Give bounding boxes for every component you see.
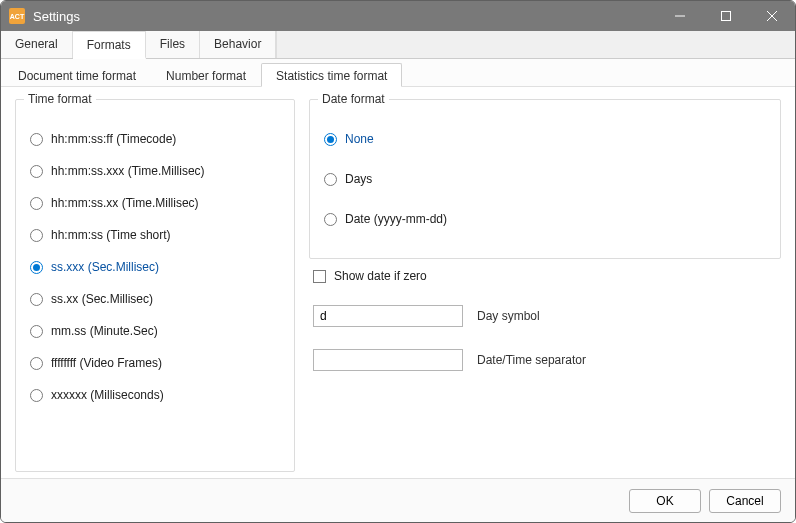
date-format-legend: Date format [318, 92, 389, 106]
date-time-separator-label: Date/Time separator [477, 353, 586, 367]
date-format-extra: Show date if zero Day symbol Date/Time s… [309, 259, 781, 371]
option-label: hh:mm:ss:ff (Timecode) [51, 132, 176, 146]
time-format-option-milliseconds[interactable]: xxxxxx (Milliseconds) [30, 388, 280, 402]
close-button[interactable] [749, 1, 795, 31]
content-area: Time format hh:mm:ss:ff (Timecode) hh:mm… [1, 87, 795, 478]
time-format-option-sec-millisec-2[interactable]: ss.xx (Sec.Millisec) [30, 292, 280, 306]
radio-icon [30, 133, 43, 146]
time-format-option-time-short[interactable]: hh:mm:ss (Time short) [30, 228, 280, 242]
option-label: ffffffff (Video Frames) [51, 356, 162, 370]
radio-icon [30, 325, 43, 338]
option-label: hh:mm:ss.xx (Time.Millisec) [51, 196, 199, 210]
subtab-number-format[interactable]: Number format [151, 63, 261, 86]
app-icon: ACT [9, 8, 25, 24]
subtab-statistics-time-format[interactable]: Statistics time format [261, 63, 402, 87]
top-tabs: General Formats Files Behavior [1, 31, 795, 59]
time-format-option-time-millisec-2[interactable]: hh:mm:ss.xx (Time.Millisec) [30, 196, 280, 210]
radio-icon [30, 261, 43, 274]
time-format-legend: Time format [24, 92, 96, 106]
sub-tabs: Document time format Number format Stati… [1, 59, 795, 87]
time-format-group: Time format hh:mm:ss:ff (Timecode) hh:mm… [15, 99, 295, 472]
window-title: Settings [33, 9, 80, 24]
subtab-document-time-format[interactable]: Document time format [3, 63, 151, 86]
tab-general[interactable]: General [1, 31, 73, 58]
day-symbol-input[interactable] [313, 305, 463, 327]
option-label: Date (yyyy-mm-dd) [345, 212, 447, 226]
cancel-button[interactable]: Cancel [709, 489, 781, 513]
radio-icon [30, 357, 43, 370]
date-format-option-date[interactable]: Date (yyyy-mm-dd) [324, 212, 766, 226]
option-label: None [345, 132, 374, 146]
date-format-option-days[interactable]: Days [324, 172, 766, 186]
right-column: Date format None Days Date (yyyy-mm-dd) [309, 99, 781, 472]
dialog-footer: OK Cancel [1, 478, 795, 522]
radio-icon [30, 389, 43, 402]
time-format-option-time-millisec-3[interactable]: hh:mm:ss.xxx (Time.Millisec) [30, 164, 280, 178]
date-format-option-none[interactable]: None [324, 132, 766, 146]
radio-icon [30, 197, 43, 210]
checkbox-icon [313, 270, 326, 283]
option-label: hh:mm:ss (Time short) [51, 228, 171, 242]
tab-formats[interactable]: Formats [73, 31, 146, 59]
time-format-option-minute-sec[interactable]: mm.ss (Minute.Sec) [30, 324, 280, 338]
tab-files[interactable]: Files [146, 31, 200, 58]
ok-button[interactable]: OK [629, 489, 701, 513]
time-format-option-timecode[interactable]: hh:mm:ss:ff (Timecode) [30, 132, 280, 146]
title-bar[interactable]: ACT Settings [1, 1, 795, 31]
radio-icon [324, 213, 337, 226]
radio-icon [30, 293, 43, 306]
minimize-button[interactable] [657, 1, 703, 31]
time-format-option-video-frames[interactable]: ffffffff (Video Frames) [30, 356, 280, 370]
option-label: mm.ss (Minute.Sec) [51, 324, 158, 338]
date-time-separator-input[interactable] [313, 349, 463, 371]
date-format-group: Date format None Days Date (yyyy-mm-dd) [309, 99, 781, 259]
option-label: Days [345, 172, 372, 186]
option-label: xxxxxx (Milliseconds) [51, 388, 164, 402]
radio-icon [30, 165, 43, 178]
day-symbol-label: Day symbol [477, 309, 540, 323]
svg-rect-1 [722, 12, 731, 21]
radio-icon [324, 133, 337, 146]
option-label: ss.xx (Sec.Millisec) [51, 292, 153, 306]
time-format-option-sec-millisec-3[interactable]: ss.xxx (Sec.Millisec) [30, 260, 280, 274]
option-label: ss.xxx (Sec.Millisec) [51, 260, 159, 274]
tab-behavior[interactable]: Behavior [200, 31, 276, 58]
tab-strip-filler [276, 31, 795, 58]
option-label: hh:mm:ss.xxx (Time.Millisec) [51, 164, 205, 178]
radio-icon [30, 229, 43, 242]
radio-icon [324, 173, 337, 186]
settings-window: ACT Settings General Formats Files Behav… [0, 0, 796, 523]
maximize-button[interactable] [703, 1, 749, 31]
checkbox-label: Show date if zero [334, 269, 427, 283]
show-date-if-zero-checkbox[interactable]: Show date if zero [313, 269, 777, 283]
